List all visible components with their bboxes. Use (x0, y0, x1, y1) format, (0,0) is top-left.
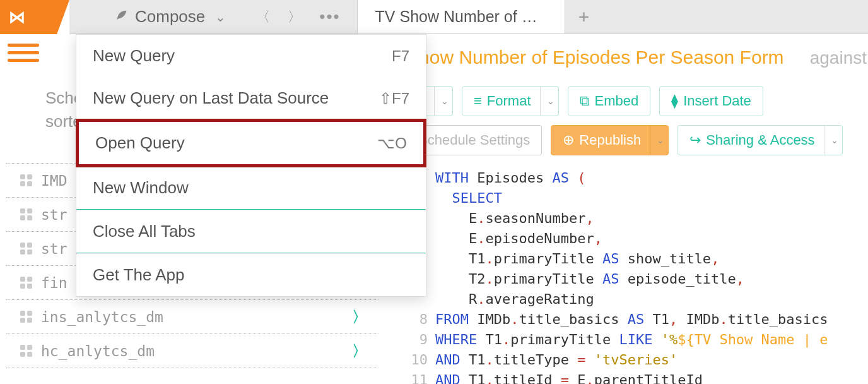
menu-item-open-query[interactable]: Open Query ⌥O (79, 122, 423, 164)
grip-icon (20, 311, 32, 323)
shortcut: ⇧F7 (379, 90, 409, 107)
share-icon: ↪ (689, 132, 701, 148)
grip-icon (20, 243, 32, 255)
sharing-access-button[interactable]: ↪ Sharing & Access ⌄ (677, 125, 842, 155)
menu-item-new-query[interactable]: New Query F7 (76, 35, 426, 77)
calendar-icon: ⧫ (671, 93, 678, 109)
toolbar-row-1: it ⌄ ≡ Format ⌄ ⧉ Embed ⧫ Insert Date (406, 86, 868, 116)
feather-icon (115, 7, 129, 27)
chevron-right-icon: 〉 (352, 307, 367, 327)
menu-item-new-query-last-source[interactable]: New Query on Last Data Source ⇧F7 (76, 77, 426, 119)
chevron-right-icon: 〉 (352, 341, 367, 361)
shortcut: F7 (392, 47, 409, 65)
sql-editor[interactable]: 891011 WITH Episodes AS ( SELECT E.seaso… (406, 168, 868, 384)
compose-tab[interactable]: Compose ⌄ (101, 0, 240, 33)
format-icon: ≡ (474, 93, 482, 109)
highlighted-menu-item: Open Query ⌥O (76, 119, 426, 167)
menu-item-get-app[interactable]: Get The App (76, 254, 426, 296)
chevron-down-icon[interactable]: ⌄ (657, 135, 664, 145)
logo-icon: ⋈ (9, 8, 25, 27)
embed-icon: ⧉ (580, 93, 590, 109)
chevron-down-icon: ⌄ (215, 9, 226, 25)
menu-button[interactable] (8, 39, 39, 66)
grip-icon (20, 208, 32, 220)
chevron-down-icon[interactable]: ⌄ (441, 96, 449, 106)
list-item[interactable]: hc_anlytcs_dm 〉 (6, 334, 378, 368)
toolbar-row-2: Schedule Settings ⊕ Republish ⌄ ↪ Sharin… (406, 125, 868, 155)
new-tab-button[interactable]: + (565, 0, 603, 33)
forward-icon[interactable]: 〉 (288, 8, 302, 27)
embed-button[interactable]: ⧉ Embed (568, 86, 651, 116)
main-panel: Show Number of Episodes Per Season Form … (378, 34, 868, 384)
compose-dropdown: New Query F7 New Query on Last Data Sour… (76, 34, 426, 297)
compose-label: Compose (135, 7, 205, 27)
code-body[interactable]: WITH Episodes AS ( SELECT E.seasonNumber… (435, 168, 828, 384)
insert-date-button[interactable]: ⧫ Insert Date (659, 86, 763, 116)
more-icon[interactable]: ••• (319, 7, 340, 27)
menu-item-close-all-tabs[interactable]: Close All Tabs (76, 210, 426, 253)
chevron-down-icon[interactable]: ⌄ (547, 96, 554, 106)
document-tab[interactable]: TV Show Number of … (357, 0, 565, 33)
menu-item-new-window[interactable]: New Window (76, 167, 426, 209)
list-item[interactable]: ins_anlytcs_dm 〉 (6, 300, 378, 334)
republish-icon: ⊕ (563, 132, 574, 148)
document-tab-label: TV Show Number of … (375, 8, 537, 26)
back-icon[interactable]: 〈 (256, 8, 270, 27)
nav-history: 〈 〉 ••• (240, 0, 356, 33)
top-bar: ⋈ Compose ⌄ 〈 〉 ••• TV Show Number of … … (0, 0, 868, 34)
against-label: against (810, 48, 868, 68)
grip-icon (20, 277, 32, 289)
logo[interactable]: ⋈ (0, 0, 69, 34)
grip-icon (20, 345, 32, 357)
chevron-down-icon[interactable]: ⌄ (831, 135, 838, 145)
grip-icon (20, 174, 32, 186)
republish-button[interactable]: ⊕ Republish ⌄ (551, 125, 669, 155)
format-button[interactable]: ≡ Format ⌄ (462, 86, 559, 116)
shortcut: ⌥O (377, 135, 407, 152)
page-title: Show Number of Episodes Per Season Form (406, 47, 784, 68)
schedule-settings-button[interactable]: Schedule Settings (406, 125, 542, 155)
